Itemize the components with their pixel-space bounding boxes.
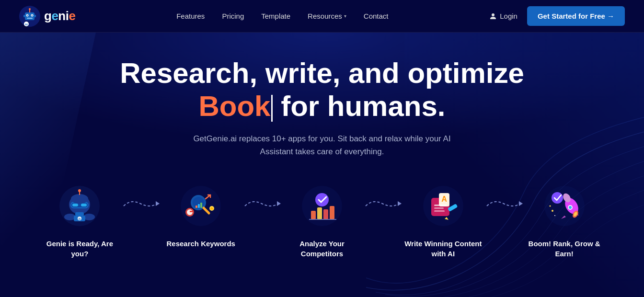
svg-rect-52	[434, 205, 447, 206]
svg-rect-43	[317, 207, 322, 219]
nav-link-resources[interactable]: Resources ▾	[308, 12, 346, 20]
svg-marker-57	[519, 201, 523, 206]
svg-text:AI: AI	[25, 23, 28, 26]
nav-item-resources[interactable]: Resources ▾	[308, 12, 346, 20]
step-1-icon: AI	[56, 182, 104, 230]
step-boom-rank: Boom! Rank, Grow & Earn!	[523, 182, 606, 259]
logo-icon: AI	[19, 6, 40, 27]
svg-point-59	[552, 192, 563, 204]
nav-link-pricing[interactable]: Pricing	[222, 12, 244, 20]
step-genie-ready: AI Genie is Ready, Are you?	[38, 182, 121, 259]
svg-point-8	[29, 8, 31, 10]
nav-item-template[interactable]: Template	[261, 12, 290, 20]
svg-text:A: A	[441, 195, 447, 203]
chevron-down-icon: ▾	[344, 13, 346, 19]
svg-point-27	[78, 189, 81, 192]
step-research-keywords: Research Keywords	[160, 182, 242, 249]
logo-text: genie	[44, 9, 75, 23]
svg-point-63	[569, 206, 572, 209]
nav-link-contact[interactable]: Contact	[364, 12, 389, 20]
nav-item-pricing[interactable]: Pricing	[222, 12, 244, 20]
svg-point-70	[554, 215, 555, 216]
step-2-icon	[177, 182, 225, 230]
arrow-4	[484, 194, 523, 218]
get-started-button[interactable]: Get Started for Free →	[527, 6, 625, 26]
step-3-icon	[298, 182, 346, 230]
svg-rect-45	[330, 206, 334, 219]
step-3-label: Analyze Your Competitors	[281, 239, 364, 259]
step-2-label: Research Keywords	[166, 239, 235, 249]
step-5-label: Boom! Rank, Grow & Earn!	[523, 239, 606, 259]
svg-rect-10	[34, 15, 36, 17]
svg-rect-33	[198, 204, 200, 208]
svg-marker-39	[277, 201, 281, 206]
svg-rect-6	[27, 18, 33, 19]
svg-rect-17	[72, 204, 78, 206]
hero-content: Research, write, and optimize Book for h…	[10, 57, 634, 158]
arrow-1	[121, 194, 160, 218]
svg-point-5	[32, 15, 33, 16]
nav-item-contact[interactable]: Contact	[364, 12, 389, 20]
arrow-2	[242, 194, 281, 218]
svg-text:AI: AI	[79, 217, 81, 220]
step-5-icon	[540, 182, 588, 230]
step-analyze-competitors: Analyze Your Competitors	[281, 182, 364, 259]
hero-section: Research, write, and optimize Book for h…	[0, 33, 644, 297]
step-1-label: Genie is Ready, Are you?	[38, 239, 121, 259]
steps-row: AI Genie is Ready, Are you?	[10, 182, 634, 259]
svg-point-19	[71, 194, 88, 204]
nav-links: Features Pricing Template Resources ▾ Co…	[176, 12, 388, 20]
svg-rect-42	[311, 211, 316, 219]
svg-point-69	[549, 206, 551, 207]
svg-rect-18	[81, 204, 87, 206]
svg-rect-53	[434, 207, 444, 209]
svg-rect-1	[25, 12, 34, 20]
hero-title: Research, write, and optimize Book for h…	[10, 57, 634, 123]
nav-link-features[interactable]: Features	[176, 12, 205, 20]
step-4-label: Write Winning Content with AI	[402, 239, 484, 259]
login-button[interactable]: Login	[489, 12, 518, 20]
svg-point-41	[315, 193, 329, 206]
step-write-content: A Write Winning Content with AI	[402, 182, 484, 259]
svg-rect-54	[434, 210, 445, 212]
hero-subtitle: GetGenie.ai replaces 10+ apps for you. S…	[193, 132, 451, 158]
svg-rect-34	[200, 203, 202, 208]
logo[interactable]: AI genie	[19, 6, 75, 27]
arrow-3	[363, 194, 402, 218]
svg-marker-28	[156, 201, 160, 206]
svg-point-68	[552, 210, 553, 212]
svg-rect-44	[323, 209, 328, 219]
nav-right: Login Get Started for Free →	[489, 6, 625, 26]
svg-point-4	[27, 15, 28, 16]
user-icon	[489, 12, 497, 20]
svg-rect-32	[196, 206, 197, 208]
nav-item-features[interactable]: Features	[176, 12, 205, 20]
svg-rect-9	[23, 15, 25, 17]
step-4-icon: A	[419, 182, 467, 230]
navbar: AI genie Features Pricing Template Resou…	[0, 0, 644, 33]
svg-marker-47	[398, 201, 402, 206]
nav-link-template[interactable]: Template	[261, 12, 290, 20]
svg-rect-20	[75, 212, 84, 216]
